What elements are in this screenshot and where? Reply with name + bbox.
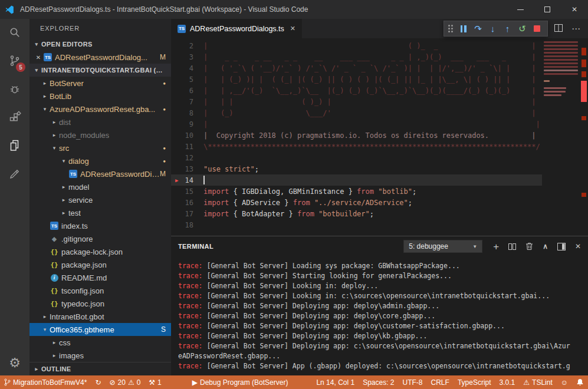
- code-text: | Copyright 2018 (c) pragmatismo.io. Tod…: [203, 131, 536, 140]
- tree-item-package-json[interactable]: {}package.json: [29, 258, 171, 271]
- tree-item-gitignore[interactable]: ◆.gitignore: [29, 232, 171, 245]
- tree-item-botlib[interactable]: ▸BotLib: [29, 90, 171, 103]
- activity-extensions-button[interactable]: [0, 104, 29, 132]
- code-text: import { BotAdapter } from "botbuilder";: [203, 210, 374, 218]
- restart-button[interactable]: ↺: [515, 22, 530, 35]
- build-status[interactable]: ⚒ 1: [144, 375, 165, 389]
- terminal-actions: + ∧ ✕: [493, 242, 581, 252]
- terminal-select[interactable]: 5: debuggee ▼: [403, 240, 482, 253]
- encoding-status[interactable]: UTF-8: [399, 375, 427, 389]
- maximize-panel-button[interactable]: ∧: [543, 242, 548, 250]
- step-into-button[interactable]: ↓: [485, 22, 500, 35]
- activity-debug-button[interactable]: [0, 75, 29, 104]
- settings-gear-icon[interactable]: ⚙: [9, 355, 21, 371]
- tree-item-typedoc-json[interactable]: {}typedoc.json: [29, 297, 171, 310]
- activity-search-button[interactable]: [0, 19, 29, 47]
- code-text: "use strict";: [203, 165, 259, 173]
- language-mode-status[interactable]: TypeScript: [454, 375, 495, 389]
- tree-item-index-ts[interactable]: TSindex.ts: [29, 219, 171, 232]
- code-text: \***************************************…: [203, 143, 540, 151]
- close-window-button[interactable]: ✕: [561, 0, 588, 19]
- git-status-badge: M: [160, 170, 166, 178]
- feedback-smiley-button[interactable]: ☺: [557, 375, 572, 389]
- code-editor[interactable]: 2| ( )_ _ |3| _ _ _ __ _ _ __ ___ ___ _ …: [171, 38, 588, 236]
- tree-item-images[interactable]: ▸images: [29, 349, 171, 362]
- close-panel-button[interactable]: ✕: [575, 242, 581, 250]
- status-bar: MigrationToBotFmwV4* ↻ ⊘ 20 ⚠ 0 ⚒ 1 ▶ De…: [0, 375, 588, 389]
- panel-position-button[interactable]: [557, 243, 566, 250]
- tree-item-package-lock-json[interactable]: {}package-lock.json: [29, 245, 171, 258]
- chevron-down-icon: ▾: [40, 327, 50, 332]
- tree-item-node-modules[interactable]: ▸node_modules: [29, 128, 171, 141]
- terminal-line: trace: [General Bot Server] Starting loo…: [178, 271, 586, 281]
- terminal-line: trace: [General Bot Server] Deploying ap…: [178, 331, 586, 341]
- tree-item-dist[interactable]: ▸dist: [29, 116, 171, 128]
- json-file-icon: {}: [50, 248, 59, 256]
- terminal-tab[interactable]: TERMINAL: [178, 243, 213, 250]
- stop-button[interactable]: [530, 22, 544, 35]
- pause-button[interactable]: [456, 22, 471, 35]
- debug-program-status[interactable]: ▶ Debug Program (BotServer): [188, 375, 293, 389]
- eol-status[interactable]: CRLF: [427, 375, 454, 389]
- tree-item-label: images: [59, 351, 84, 360]
- tree-item-dialog[interactable]: ▾dialog●: [29, 154, 171, 167]
- minimize-button[interactable]: [507, 0, 534, 19]
- chevron-down-icon: ▾: [32, 41, 41, 47]
- code-text: | ( '_`\ ( '__)/'_` ) /'_`\ /' _ ` _ `\ …: [203, 64, 536, 72]
- tree-item-botserver[interactable]: ▸BotServer●: [29, 77, 171, 90]
- indentation-status[interactable]: Spaces: 2: [359, 375, 398, 389]
- tree-item-service[interactable]: ▸service: [29, 193, 171, 206]
- git-branch-status[interactable]: MigrationToBotFmwV4*: [0, 375, 91, 389]
- modified-dot: ●: [163, 81, 166, 86]
- workspace-header[interactable]: ▾ INTRANETBOTQUICKSTART.GBAI (WO...: [29, 64, 171, 77]
- step-over-button[interactable]: ↷: [471, 22, 485, 35]
- tree-item-tsconfig-json[interactable]: {}tsconfig.json: [29, 284, 171, 297]
- step-out-button[interactable]: ↑: [500, 22, 515, 35]
- git-branch-icon: [4, 378, 11, 386]
- error-icon: ⊘: [109, 378, 115, 387]
- overview-ruler[interactable]: [580, 38, 588, 236]
- tree-item-adresetpassworddial[interactable]: TSADResetPasswordDial...M: [29, 167, 171, 180]
- tslint-status[interactable]: ⚠ TSLint: [519, 375, 556, 389]
- open-editor-item[interactable]: ✕ TS ADResetPasswordDialog... M: [29, 51, 171, 64]
- tree-item-readme-md[interactable]: iREADME.md: [29, 271, 171, 284]
- tree-item-label: README.md: [61, 273, 107, 282]
- code-text: | (_) \___/' |: [203, 109, 536, 117]
- kill-terminal-button[interactable]: [525, 242, 533, 250]
- activity-source-control-button[interactable]: 5: [0, 47, 29, 75]
- line-number: 6: [171, 87, 193, 95]
- new-terminal-button[interactable]: +: [493, 242, 499, 252]
- tree-item-office365-gbtheme[interactable]: ▾Office365.gbthemeS: [29, 323, 171, 336]
- activity-edit-button[interactable]: [0, 160, 29, 189]
- problems-status[interactable]: ⊘ 20 ⚠ 0: [105, 375, 144, 389]
- drag-handle-icon[interactable]: [448, 25, 453, 32]
- tree-item-test[interactable]: ▸test: [29, 206, 171, 219]
- tree-item-src[interactable]: ▾src●: [29, 141, 171, 154]
- open-editors-header[interactable]: ▾ OPEN EDITORS: [29, 38, 171, 51]
- terminal-output[interactable]: trace: [General Bot Server] Loading sys …: [171, 256, 588, 371]
- tree-item-label: package-lock.json: [61, 248, 123, 256]
- split-terminal-button[interactable]: [508, 243, 516, 250]
- tab-adresetpassworddialogs[interactable]: TS ADResetPasswordDialogs.ts ✕: [171, 19, 302, 38]
- window-title: ADResetPasswordDialogs.ts - IntranetBotQ…: [20, 5, 308, 14]
- code-line: 9| |: [171, 118, 542, 130]
- line-number: 16: [171, 199, 193, 207]
- sync-status[interactable]: ↻: [91, 375, 105, 389]
- code-area[interactable]: 2| ( )_ _ |3| _ _ _ __ _ _ __ ___ ___ _ …: [171, 38, 542, 236]
- notifications-bell-button[interactable]: [572, 375, 588, 389]
- outline-header[interactable]: ▸ OUTLINE: [29, 362, 171, 375]
- maximize-button[interactable]: [534, 0, 561, 19]
- minimap[interactable]: [542, 38, 580, 236]
- tree-item-css[interactable]: ▸css: [29, 336, 171, 349]
- more-actions-button[interactable]: ⋯: [571, 24, 580, 34]
- terminal-line: trace: [General Bot Server] Deploying ap…: [178, 311, 586, 321]
- activity-explorer-button[interactable]: [0, 132, 29, 160]
- split-editor-button[interactable]: [554, 24, 563, 34]
- close-editor-icon[interactable]: ✕: [34, 54, 43, 61]
- tree-item-intranetbot-gbot[interactable]: ▸IntranetBot.gbot: [29, 310, 171, 323]
- tree-item-model[interactable]: ▸model: [29, 180, 171, 193]
- version-status[interactable]: 3.0.1: [495, 375, 520, 389]
- tree-item-azureadpasswordreset-gba[interactable]: ▾AzureADPasswordReset.gba...●: [29, 103, 171, 116]
- cursor-position-status[interactable]: Ln 14, Col 1: [312, 375, 359, 389]
- close-tab-icon[interactable]: ✕: [290, 25, 295, 32]
